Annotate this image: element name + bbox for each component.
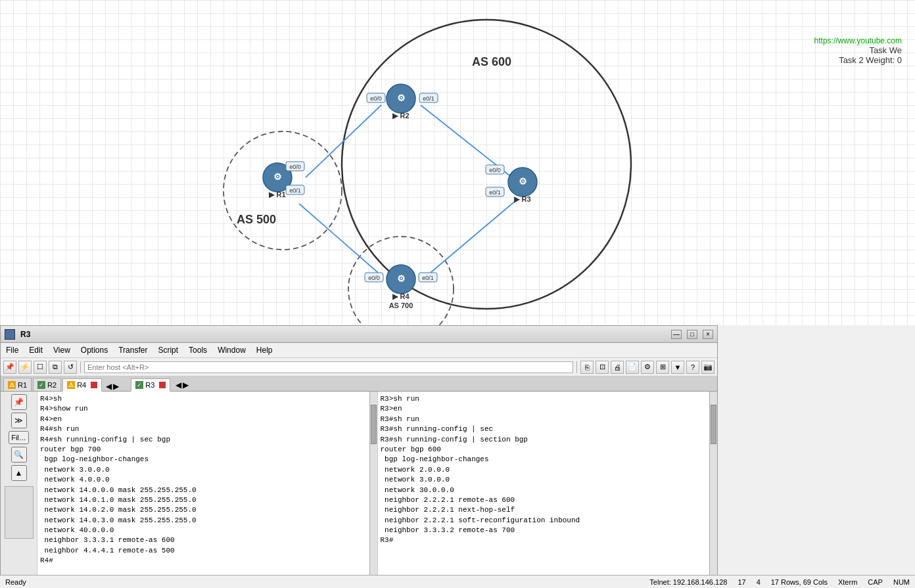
info-url: https://www.youtube.com	[814, 36, 902, 45]
svg-text:⚙: ⚙	[519, 176, 527, 187]
status-terminal-type: Xterm	[838, 578, 857, 586]
svg-text:e0/1: e0/1	[422, 275, 434, 281]
pane-right-text[interactable]: R3>sh run R3>en R3#sh run R3#sh running-…	[378, 392, 710, 579]
toolbar-pin[interactable]: 📌	[3, 361, 16, 374]
task-weight-label: Task We	[814, 45, 902, 55]
tab-R1[interactable]: ⚠ R1	[3, 378, 32, 391]
menu-transfer[interactable]: Transfer	[113, 344, 152, 356]
tab-nav-left[interactable]: ◀ ▶	[106, 382, 119, 391]
toolbar-help[interactable]: ?	[686, 361, 699, 374]
tab-nav-right[interactable]: ◀ ▶	[176, 380, 189, 390]
svg-text:e0/0: e0/0	[489, 167, 501, 173]
host-input[interactable]	[84, 361, 573, 373]
toolbar-paste[interactable]: ⊡	[596, 361, 609, 374]
tab-R4[interactable]: ⚠ R4	[62, 378, 102, 392]
svg-text:⚙: ⚙	[397, 273, 406, 284]
statusbar: Ready Telnet: 192.168.146.128 17 4 17 Ro…	[0, 575, 915, 588]
toolbar-settings[interactable]: ⚙	[641, 361, 654, 374]
status-num: NUM	[893, 578, 910, 586]
menu-options[interactable]: Options	[76, 344, 113, 356]
sidebar-expand[interactable]: ≫	[11, 413, 27, 428]
terminal-title: R3	[20, 330, 666, 339]
toolbar-print[interactable]: 🖨	[611, 361, 624, 374]
R3-close-dot	[159, 382, 166, 388]
tab-R2-label: R2	[47, 381, 57, 389]
toolbar-reload[interactable]: ↺	[64, 361, 77, 374]
menu-window[interactable]: Window	[212, 344, 251, 356]
svg-line-6	[299, 204, 378, 273]
pane-right: R3>sh run R3>en R3#sh run R3#sh running-…	[378, 392, 718, 587]
R4-warn-icon: ⚠	[67, 381, 75, 389]
session-tabs: ⚠ R1 ✓ R2 ⚠ R4 ◀ ▶ ✓ R3 ◀ ▶	[1, 376, 717, 392]
R3-ok-icon: ✓	[135, 381, 143, 389]
sidebar-collapse[interactable]: ▲	[11, 465, 27, 481]
status-ready: Ready	[5, 578, 26, 586]
svg-text:⚙: ⚙	[397, 93, 406, 103]
tab-divider: ✓ R3 ◀ ▶	[131, 378, 189, 391]
svg-text:e0/0: e0/0	[289, 164, 301, 170]
tab-R3[interactable]: ✓ R3	[131, 378, 170, 392]
tab-R2[interactable]: ✓ R2	[33, 378, 61, 391]
status-dimensions: 17 Rows, 69 Cols	[771, 578, 828, 586]
pane-left: R4>sh R4>show run R4>en R4#sh run R4#sh …	[37, 392, 378, 587]
toolbar-connect[interactable]: ⚡	[18, 361, 32, 374]
task2-weight: Task 2 Weight: 0	[814, 55, 902, 65]
toolbar-sep2	[576, 361, 577, 373]
toolbar-log[interactable]: 📄	[626, 361, 639, 374]
toolbar-sep1	[80, 361, 81, 373]
toolbar-clone[interactable]: ⧉	[49, 361, 62, 374]
status-telnet: Telnet: 192.168.146.128	[649, 578, 727, 586]
minimize-button[interactable]: —	[671, 330, 682, 339]
svg-text:e0/1: e0/1	[423, 95, 434, 102]
left-sidebar: 📌 ≫ Fil… 🔍 ▲	[1, 392, 37, 587]
toolbar-copy[interactable]: ⎘	[580, 361, 594, 374]
svg-text:e0/1: e0/1	[289, 187, 301, 194]
R4-close-dot	[91, 382, 97, 388]
toolbar-script[interactable]: 📷	[701, 361, 715, 374]
sidebar-scrollbar[interactable]	[5, 486, 34, 539]
panes-container: R4>sh R4>show run R4>en R4#sh run R4#sh …	[37, 392, 717, 587]
svg-text:e0/0: e0/0	[368, 275, 380, 281]
terminal-toolbar: 📌 ⚡ ☐ ⧉ ↺ ⎘ ⊡ 🖨 📄 ⚙ ⊞ ▼ ? 📷	[1, 358, 717, 376]
menu-view[interactable]: View	[48, 344, 76, 356]
terminal-menubar: File Edit View Options Transfer Script T…	[1, 343, 717, 358]
toolbar-download[interactable]: ▼	[671, 361, 684, 374]
svg-text:⚙: ⚙	[273, 171, 282, 182]
status-col: 4	[757, 578, 761, 586]
sidebar-filter[interactable]: Fil…	[9, 431, 29, 444]
tab-R1-label: R1	[18, 381, 27, 389]
svg-text:AS 700: AS 700	[389, 302, 413, 309]
svg-text:e0/1: e0/1	[489, 189, 501, 196]
toolbar-new[interactable]: ☐	[34, 361, 47, 374]
tab-R4-label: R4	[77, 381, 86, 389]
menu-help[interactable]: Help	[251, 344, 278, 356]
svg-line-5	[431, 200, 516, 273]
R1-warn-icon: ⚠	[8, 381, 16, 389]
menu-script[interactable]: Script	[152, 344, 183, 356]
menu-edit[interactable]: Edit	[24, 344, 48, 356]
status-info: Telnet: 192.168.146.128 17 4 17 Rows, 69…	[649, 578, 910, 586]
terminal-content: 📌 ≫ Fil… 🔍 ▲ R4>sh R4>show run R4>en R4#…	[1, 392, 717, 587]
menu-file[interactable]: File	[1, 344, 24, 356]
sidebar-search[interactable]: 🔍	[11, 447, 27, 463]
pane-right-scrollbar[interactable]	[709, 392, 717, 579]
R2-ok-icon: ✓	[37, 381, 45, 389]
status-cap: CAP	[868, 578, 883, 586]
svg-line-3	[306, 105, 381, 177]
status-row: 17	[738, 578, 745, 586]
terminal-titlebar: R3 — □ ×	[1, 326, 717, 343]
terminal-window: R3 — □ × File Edit View Options Transfer…	[0, 325, 718, 588]
svg-text:▶ R3: ▶ R3	[514, 195, 530, 203]
pane-left-text[interactable]: R4>sh R4>show run R4>en R4#sh run R4#sh …	[37, 392, 369, 579]
sidebar-pin[interactable]: 📌	[11, 394, 27, 410]
as500-label: AS 500	[237, 213, 276, 226]
tab-R3-label: R3	[145, 381, 154, 389]
maximize-button[interactable]: □	[687, 330, 697, 339]
pane-left-scrollbar[interactable]	[369, 392, 377, 579]
terminal-icon	[5, 329, 15, 340]
menu-tools[interactable]: Tools	[183, 344, 212, 356]
close-button[interactable]: ×	[703, 330, 713, 339]
toolbar-more[interactable]: ⊞	[656, 361, 669, 374]
info-panel: https://www.youtube.com Task We Task 2 W…	[814, 36, 902, 65]
network-diagram: ⚙ ▶ R2 e0/0 e0/1 ⚙ ▶ R1 e0/0 e0/1 ⚙ ▶ R3	[0, 0, 915, 325]
